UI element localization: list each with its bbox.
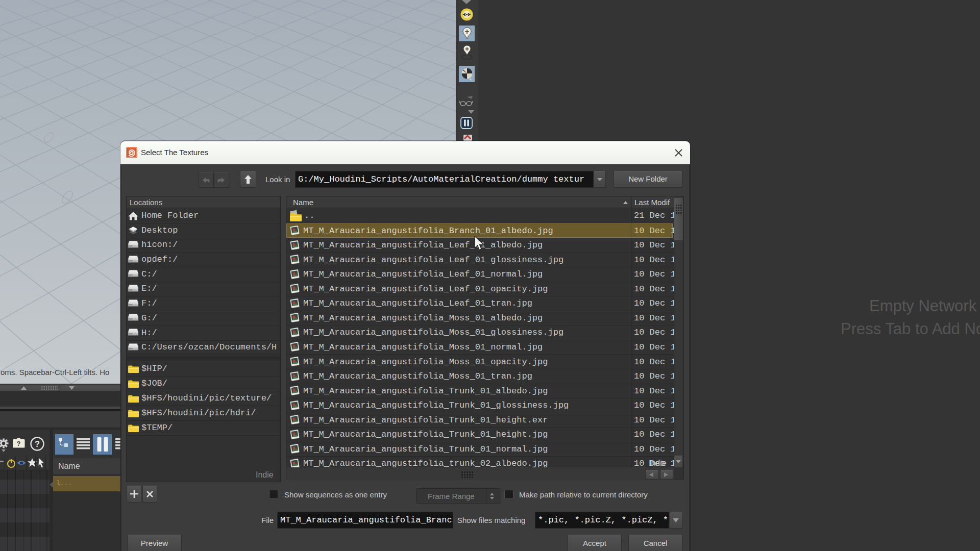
svg-text:?: ?	[17, 440, 21, 447]
svg-text:?: ?	[35, 440, 40, 448]
